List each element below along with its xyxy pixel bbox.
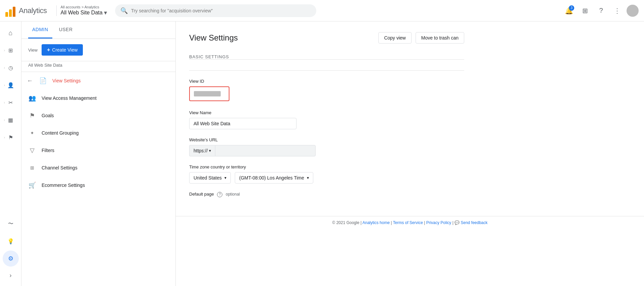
sidebar-item-admin[interactable]: ⚙	[3, 251, 19, 267]
settings-area: View Settings Copy view Move to trash ca…	[176, 21, 644, 286]
logo-bar-1	[5, 12, 8, 17]
nav-label-content-grouping: Content Grouping	[42, 130, 79, 136]
timezone-field: Time zone country or territory United St…	[189, 164, 464, 184]
logo: Analytics	[5, 5, 47, 17]
basic-settings-header: Basic Settings	[189, 54, 464, 71]
person-icon: 👤	[7, 82, 14, 88]
url-input[interactable]	[215, 145, 316, 156]
copy-view-button[interactable]: Copy view	[378, 32, 412, 44]
clock-icon: ◷	[8, 65, 13, 71]
url-protocol-chevron: ▾	[209, 148, 211, 153]
nav-item-content-grouping[interactable]: ✦ Content Grouping	[21, 124, 175, 142]
section-divider	[189, 59, 464, 60]
timezone-country-select[interactable]: United States ▾	[189, 172, 231, 184]
breadcrumb-current: All Web Site Data	[61, 10, 103, 16]
url-protocol-dropdown[interactable]: https:// ▾	[189, 145, 215, 156]
notification-button[interactable]: 🔔 3	[562, 4, 576, 17]
tab-admin[interactable]: ADMIN	[28, 21, 52, 39]
plus-icon: +	[47, 47, 50, 53]
nav-item-goals[interactable]: ⚑ Goals	[21, 107, 175, 124]
view-name-field: View Name	[189, 110, 464, 129]
timezone-country-text: United States	[194, 175, 222, 181]
timezone-label: Time zone country or territory	[189, 164, 464, 169]
header-actions: 🔔 3 ⊞ ? ⋮	[562, 4, 639, 17]
wave-icon: 〜	[8, 220, 13, 227]
sidebar-item-home[interactable]: ⌂	[3, 25, 19, 41]
sidebar-item-acquisition[interactable]: ✂ ›	[3, 94, 19, 111]
more-button[interactable]: ⋮	[610, 4, 624, 17]
sidebar-item-wave[interactable]: 〜	[3, 216, 19, 232]
gear-icon: ⚙	[8, 255, 13, 262]
sidebar-item-realtime[interactable]: ◷ ›	[3, 60, 19, 76]
apps-icon: ⊞	[582, 7, 588, 15]
nav-item-access-management[interactable]: 👥 View Access Management	[21, 89, 175, 107]
breadcrumb[interactable]: All accounts > Analytics All Web Site Da…	[61, 5, 107, 16]
footer: © 2021 Google | Analytics home | Terms o…	[176, 216, 644, 229]
nav-item-channel-settings[interactable]: ⊞ Channel Settings	[21, 159, 175, 176]
search-box[interactable]: 🔍	[115, 4, 316, 17]
default-page-label-text: Default page	[189, 192, 214, 197]
help-circle-icon[interactable]: ?	[217, 192, 222, 197]
sidebar-item-behavior[interactable]: ▦ ›	[3, 112, 19, 128]
sidebar-expand-button[interactable]: ›	[3, 267, 19, 283]
analytics-home-link[interactable]: Analytics home	[363, 220, 390, 225]
website-url-label: Website's URL	[189, 137, 464, 142]
dashboards-icon: ⊞	[8, 47, 13, 54]
lightbulb-icon: 💡	[7, 238, 14, 244]
basic-settings-label: Basic Settings	[189, 54, 229, 59]
nav-label-filters: Filters	[42, 148, 54, 153]
breadcrumb-bottom[interactable]: All Web Site Data ▾	[61, 9, 107, 16]
privacy-link[interactable]: Privacy Policy	[426, 220, 451, 225]
back-arrow-icon[interactable]: ←	[27, 77, 33, 84]
logo-bar-2	[9, 9, 12, 17]
expand-icon: ›	[10, 272, 12, 279]
sidebar-item-dashboards[interactable]: ⊞ ›	[3, 42, 19, 58]
admin-panel: ADMIN USER View + Create View All Web Si…	[21, 21, 176, 286]
settings-title: View Settings	[189, 33, 238, 43]
view-id-box	[189, 86, 229, 101]
help-icon: ?	[599, 7, 603, 14]
move-to-trash-button[interactable]: Move to trash can	[416, 32, 464, 44]
nav-label-access-management: View Access Management	[42, 95, 97, 101]
logo-icon	[5, 5, 15, 17]
search-input[interactable]	[131, 8, 311, 13]
logo-bar-3	[13, 7, 15, 17]
search-container: 🔍	[115, 4, 554, 17]
view-section: View + Create View	[21, 39, 175, 61]
nav-label-goals: Goals	[42, 113, 54, 118]
access-management-icon: 👥	[28, 94, 36, 102]
help-button[interactable]: ?	[594, 4, 608, 17]
breadcrumb-top: All accounts > Analytics	[61, 5, 107, 9]
send-feedback-link[interactable]: Send feedback	[461, 220, 487, 225]
header-divider	[56, 5, 57, 16]
timezone-value-select[interactable]: (GMT-08:00) Los Angeles Time ▾	[235, 172, 313, 184]
nav-item-view-settings[interactable]: ← 📄 View Settings	[21, 72, 175, 89]
content-grouping-icon: ✦	[28, 129, 36, 137]
apps-button[interactable]: ⊞	[578, 4, 592, 17]
header: Analytics All accounts > Analytics All W…	[0, 0, 644, 21]
timezone-value-text: (GMT-08:00) Los Angeles Time	[239, 175, 304, 181]
create-view-button[interactable]: + Create View	[42, 44, 83, 56]
default-page-label: Default page ? optional	[189, 192, 464, 197]
terms-link[interactable]: Terms of Service	[393, 220, 423, 225]
view-name-input[interactable]	[189, 118, 297, 129]
settings-actions: Copy view Move to trash can	[378, 32, 464, 44]
settings-content: View Settings Copy view Move to trash ca…	[176, 21, 478, 216]
sidebar-item-discover[interactable]: 💡	[3, 233, 19, 249]
tab-user[interactable]: USER	[55, 21, 77, 39]
chevron-down-icon: ▾	[104, 9, 107, 16]
sidebar-item-audience[interactable]: 👤 ›	[3, 77, 19, 93]
content-area: ADMIN USER View + Create View All Web Si…	[21, 21, 644, 286]
main-container: ⌂ ⊞ › ◷ › 👤 › ✂ › ▦ › ⚑ › 〜 💡	[0, 21, 644, 286]
home-icon: ⌂	[8, 29, 12, 37]
nav-item-ecommerce-settings[interactable]: 🛒 Ecommerce Settings	[21, 176, 175, 194]
sidebar-item-conversions[interactable]: ⚑ ›	[3, 129, 19, 145]
nav-item-filters[interactable]: ▽ Filters	[21, 142, 175, 159]
goals-icon: ⚑	[28, 112, 36, 120]
avatar[interactable]	[627, 5, 639, 17]
channel-settings-icon: ⊞	[28, 164, 36, 172]
ecommerce-settings-icon: 🛒	[28, 181, 36, 189]
url-protocol-text: https://	[194, 148, 208, 153]
acquisition-icon: ✂	[8, 99, 13, 106]
view-name-display: All Web Site Data	[21, 61, 175, 72]
